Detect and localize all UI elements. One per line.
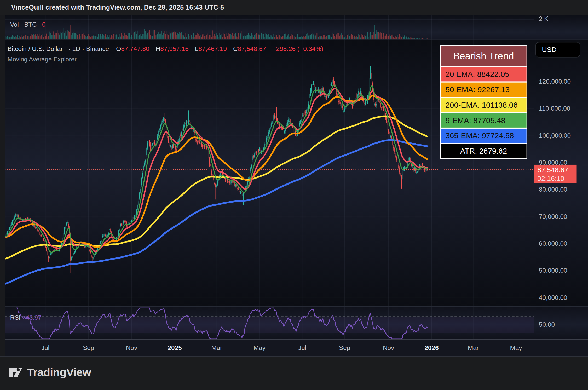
close-value: 87,548.67 — [238, 45, 266, 53]
time-axis-label: Jul — [41, 344, 49, 352]
price-axis-label: 80,000.00 — [539, 186, 567, 194]
time-axis-label: 2026 — [424, 344, 439, 352]
price-axis-label: 50,000.00 — [539, 267, 567, 275]
rsi-label: RSI — [10, 314, 20, 321]
time-axis-label: Mar — [211, 344, 222, 352]
trend-panel-row: 365-EMA: 97724.58 — [441, 129, 527, 143]
indicator-label: Moving Average Explorer — [8, 56, 77, 63]
price-axis-label: 40,000.00 — [539, 294, 567, 302]
price-axis-label: 70,000.00 — [539, 213, 567, 221]
tradingview-logo-icon — [8, 365, 22, 380]
price-axis-label: 120,000.00 — [539, 78, 571, 86]
time-axis-label: Sep — [83, 344, 94, 352]
change-value: −298.26 (−0.34%) — [272, 45, 323, 53]
trend-panel-row: 9-EMA: 87705.48 — [441, 113, 527, 128]
symbol-name: Bitcoin / U.S. Dollar — [8, 45, 63, 53]
price-axis-label: 100,000.00 — [539, 132, 571, 140]
tradingview-logo: TradingView — [8, 365, 91, 380]
time-axis-label: May — [253, 344, 266, 352]
trend-panel-row: 50-EMA: 92267.13 — [441, 83, 527, 97]
time-axis-label: Nov — [383, 344, 394, 352]
separator-dot: · — [20, 21, 22, 28]
price-axis-separator — [534, 15, 534, 356]
page-title: VinceQuill created with TradingView.com,… — [11, 4, 224, 12]
header-bar: VinceQuill created with TradingView.com,… — [0, 0, 588, 15]
left-margin — [0, 15, 5, 356]
time-axis-label: Jul — [298, 344, 306, 352]
last-price-badge: 87,548.67 02:16:10 — [534, 165, 576, 183]
high-label: H — [156, 45, 160, 53]
trend-panel-row: 20 EMA: 88422.05 — [441, 67, 527, 82]
open-value: 87,747.80 — [121, 45, 149, 53]
time-axis-label: Nov — [126, 344, 137, 352]
last-price: 87,548.67 — [537, 165, 576, 174]
time-axis-label: 2025 — [168, 344, 182, 352]
footer-bar: TradingView — [0, 356, 588, 390]
volume-symbol: BTC — [24, 21, 37, 28]
open-label: O — [116, 45, 121, 53]
time-axis-label: Sep — [339, 344, 350, 352]
close-label: C — [233, 45, 238, 53]
trend-panel-row: 200-EMA: 101138.06 — [441, 98, 527, 112]
trend-panel-row: ATR: 2679.62 — [441, 144, 527, 158]
high-value: 87,957.16 — [160, 45, 189, 53]
volume-label: Vol — [10, 21, 19, 28]
volume-legend: Vol · BTC 0 — [10, 21, 45, 28]
rsi-value: 43.97 — [26, 314, 41, 321]
time-axis-label: Mar — [468, 344, 479, 352]
bar-countdown: 02:16:10 — [537, 174, 576, 183]
rsi-legend: RSI 43.97 — [10, 314, 42, 321]
ma-explorer-panel: Bearish Trend 20 EMA: 88422.0550-EMA: 92… — [440, 45, 527, 159]
time-axis-label: May — [510, 344, 522, 352]
symbol-legend: Bitcoin / U.S. Dollar · 1D · Binance O87… — [8, 45, 328, 53]
trend-status-title: Bearish Trend — [441, 46, 527, 66]
currency-toggle-button[interactable]: USD — [535, 42, 580, 58]
tradingview-logo-text: TradingView — [27, 366, 91, 379]
volume-value: 0 — [42, 21, 45, 28]
price-axis-label: 110,000.00 — [539, 105, 570, 113]
price-axis-label: 60,000.00 — [539, 240, 567, 248]
low-label: L — [195, 45, 199, 53]
symbol-details: · 1D · Binance — [68, 45, 109, 53]
tradingview-chart-window: VinceQuill created with TradingView.com,… — [0, 0, 588, 390]
low-value: 87,467.19 — [198, 45, 227, 53]
